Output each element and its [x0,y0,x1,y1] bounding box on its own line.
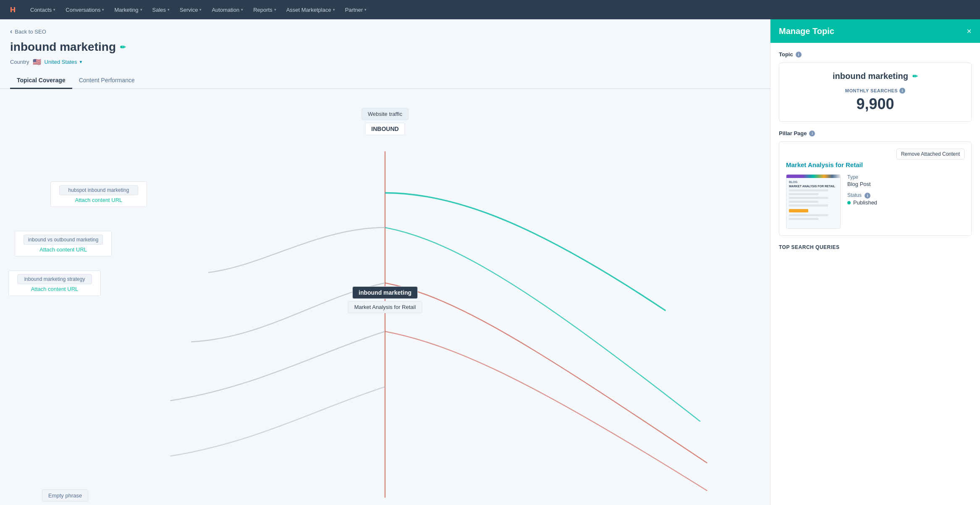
pillar-title[interactable]: Market Analysis for Retail [786,160,964,168]
country-row: Country 🇺🇸 United States ▼ [10,58,760,66]
left-panel: Back to SEO inbound marketing ✏ Country … [0,19,770,505]
nav-item-asset-marketplace[interactable]: Asset Marketplace ▾ [281,0,340,19]
edit-title-icon[interactable]: ✏ [120,43,126,51]
pillar-thumbnail: BLOG MARKET ANALYSIS FOR RETAIL [786,174,841,229]
empty-phrase-node: Empty phrase [42,489,88,502]
page-title-text: inbound marketing [10,40,116,54]
nav-chevron-icon: ▾ [168,8,170,12]
subtopic-strategy: inbound marketing strategy [17,274,92,284]
tabs-bar: Topical Coverage Content Performance [0,73,770,89]
topic-name: inbound marketing [833,71,908,81]
country-name: United States [45,59,77,65]
pillar-status-row: Status i Published [847,192,964,206]
graph-area: Website traffic INBOUND inbound marketin… [0,89,770,505]
back-to-seo-link[interactable]: Back to SEO [10,28,760,35]
nav-chevron-icon: ▾ [102,8,104,12]
nav-item-service[interactable]: Service ▾ [175,0,207,19]
nav-item-conversations[interactable]: Conversations ▾ [60,0,109,19]
topic-card: inbound marketing ✏ MONTHLY SEARCHES i 9… [779,63,972,122]
monthly-searches-label: MONTHLY SEARCHES i [788,88,963,94]
status-label: Status i [847,192,964,199]
type-label: Type [847,174,964,180]
attach-box-strategy: inbound marketing strategy Attach conten… [8,270,101,296]
pillar-card: Remove Attached Content Market Analysis … [779,141,972,236]
us-flag: 🇺🇸 [33,58,41,66]
attach-link-strategy[interactable]: Attach content URL [31,286,79,292]
nav-chevron-icon: ▾ [53,8,55,12]
status-value: Published [853,199,877,206]
pillar-info-icon: i [809,131,815,136]
nav-item-reports[interactable]: Reports ▾ [248,0,281,19]
main-layout: Back to SEO inbound marketing ✏ Country … [0,19,980,505]
top-search-queries-label: TOP SEARCH QUERIES [779,244,972,250]
market-analysis-bottom-node: Market Analysis for Retail [348,301,422,313]
tab-topical-coverage[interactable]: Topical Coverage [10,73,72,89]
status-dot [847,201,851,204]
website-traffic-node: Website traffic [362,108,409,120]
nav-chevron-icon: ▾ [241,8,243,12]
pillar-section-label: Pillar Page i [779,130,972,136]
country-selector[interactable]: United States ▼ [45,59,83,65]
topic-info-icon: i [796,52,802,58]
nav-chevron-icon: ▾ [364,8,367,12]
nav-chevron-icon: ▾ [140,8,142,12]
nav-item-automation[interactable]: Automation ▾ [207,0,248,19]
tab-content-performance[interactable]: Content Performance [72,73,141,89]
country-label: Country [10,59,29,65]
panel-body: Topic i inbound marketing ✏ MONTHLY SEAR… [770,43,980,505]
edit-topic-icon[interactable]: ✏ [912,73,918,80]
type-value: Blog Post [847,181,964,187]
panel-title: Manage Topic [779,26,834,36]
nav-chevron-icon: ▾ [199,8,202,12]
subtopic-vs-outbound: inbound vs outbound marketing [24,235,103,245]
pillar-type-row: Type Blog Post [847,174,964,187]
remove-attached-content-button[interactable]: Remove Attached Content [896,149,964,160]
status-info-icon: i [865,193,870,199]
nav-item-marketing[interactable]: Marketing ▾ [109,0,147,19]
nav-item-contacts[interactable]: Contacts ▾ [25,0,60,19]
status-value-row: Published [847,199,964,206]
pillar-content-row: BLOG MARKET ANALYSIS FOR RETAIL [786,174,964,229]
navigation-bar: Contacts ▾Conversations ▾Marketing ▾Sale… [0,0,980,19]
nav-item-sales[interactable]: Sales ▾ [147,0,175,19]
country-caret-icon: ▼ [79,60,83,64]
attach-link-hubspot[interactable]: Attach content URL [75,197,123,203]
page-header: Back to SEO inbound marketing ✏ Country … [0,19,770,66]
page-title: inbound marketing ✏ [10,40,760,54]
hubspot-logo[interactable] [7,4,18,16]
attach-box-hubspot: hubspot inbound marketing Attach content… [50,181,147,207]
nav-item-partner[interactable]: Partner ▾ [340,0,372,19]
subtopic-hubspot: hubspot inbound marketing [59,185,138,195]
monthly-searches-value: 9,900 [788,95,963,113]
nav-items: Contacts ▾Conversations ▾Marketing ▾Sale… [25,0,372,19]
manage-topic-panel: Manage Topic × Topic i inbound marketing… [770,19,980,505]
nav-chevron-icon: ▾ [333,8,335,12]
pillar-meta: Type Blog Post Status i Published [847,174,964,229]
nav-chevron-icon: ▾ [274,8,276,12]
panel-header: Manage Topic × [770,19,980,43]
monthly-searches-info-icon: i [899,88,905,94]
close-panel-button[interactable]: × [967,27,972,35]
inbound-marketing-highlight-node: inbound marketing [352,286,418,299]
inbound-node: INBOUND [365,123,405,135]
topic-section-label: Topic i [779,51,972,58]
attach-link-vs-outbound[interactable]: Attach content URL [39,246,87,253]
attach-box-vs-outbound: inbound vs outbound marketing Attach con… [15,231,112,256]
topic-name-row: inbound marketing ✏ [788,71,963,81]
